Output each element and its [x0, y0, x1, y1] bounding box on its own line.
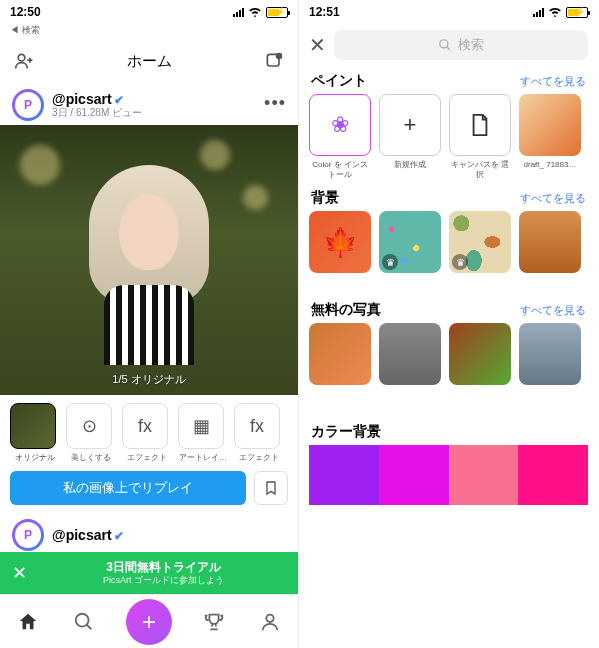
nav-home-icon[interactable]	[14, 608, 42, 636]
wifi-icon	[248, 7, 262, 17]
bottom-nav: +	[0, 594, 298, 648]
username[interactable]: @picsart✔	[52, 527, 124, 544]
thumb-effect-2[interactable]: fxエフェクト	[234, 403, 284, 463]
photo-item-4[interactable]	[519, 323, 581, 385]
signal-icon	[233, 8, 244, 17]
section-bg-title: 背景	[311, 189, 339, 207]
paint-canvas-select[interactable]: キャンバスを 選択	[449, 94, 511, 179]
photo-row	[299, 323, 598, 389]
battery-icon: ⚡	[266, 7, 288, 18]
post-header: P @picsart✔ 3日 / 61.28M ビュー •••	[0, 83, 298, 125]
thumb-beautify[interactable]: ⊙美しくする	[66, 403, 116, 463]
top-bar: ホーム	[0, 39, 298, 83]
status-bar: 12:51 ⚡	[299, 0, 598, 24]
svg-point-0	[18, 54, 25, 61]
notification-icon[interactable]	[262, 49, 286, 73]
svg-point-5	[440, 40, 448, 48]
premium-icon: ♛	[452, 254, 468, 270]
thumb-original[interactable]: オリジナル	[10, 403, 60, 463]
paint-draft[interactable]: draft_ 71883…	[519, 94, 581, 179]
battery-icon: ⚡	[566, 7, 588, 18]
nav-profile-icon[interactable]	[256, 608, 284, 636]
page-title: ホーム	[127, 52, 172, 71]
see-all-paint[interactable]: すべてを見る	[520, 74, 586, 89]
background-row: ♛ ♛	[299, 211, 598, 277]
thumb-artlayer[interactable]: ▦アートレイ…	[178, 403, 228, 463]
thumbnail-row: オリジナル ⊙美しくする fxエフェクト ▦アートレイ… fxエフェクト	[0, 395, 298, 471]
paint-row: ❀Color を インストール +新規作成 キャンバスを 選択 draft_ 7…	[299, 94, 598, 183]
bg-item-3[interactable]: ♛	[449, 211, 511, 273]
nav-add-button[interactable]: +	[126, 599, 172, 645]
thumb-effect-1[interactable]: fxエフェクト	[122, 403, 172, 463]
bookmark-button[interactable]	[254, 471, 288, 505]
svg-point-2	[277, 54, 282, 59]
color-item-2[interactable]	[379, 445, 449, 505]
bg-item-2[interactable]: ♛	[379, 211, 441, 273]
photo-item-2[interactable]	[379, 323, 441, 385]
back-search-hint[interactable]: ◀ 検索	[0, 24, 298, 39]
paint-new[interactable]: +新規作成	[379, 94, 441, 179]
premium-icon: ♛	[382, 254, 398, 270]
signal-icon	[533, 8, 544, 17]
right-phone: 12:51 ⚡ ✕ 検索 ペイント すべてを見る ❀Color を インストール…	[299, 0, 598, 648]
search-input[interactable]: 検索	[334, 30, 588, 60]
nav-search-icon[interactable]	[70, 608, 98, 636]
close-icon[interactable]: ✕	[309, 33, 326, 57]
wifi-icon	[548, 7, 562, 17]
trial-banner[interactable]: ✕ 3日間無料トライアル PicsArt ゴールドに参加しよう	[0, 552, 298, 594]
username[interactable]: @picsart✔	[52, 91, 142, 108]
see-all-photos[interactable]: すべてを見る	[520, 303, 586, 318]
trial-title: 3日間無料トライアル	[41, 560, 286, 574]
verified-icon: ✔	[114, 93, 124, 107]
trial-subtitle: PicsArt ゴールドに参加しよう	[41, 575, 286, 586]
status-time: 12:51	[309, 5, 340, 19]
color-item-1[interactable]	[309, 445, 379, 505]
verified-icon: ✔	[114, 529, 124, 543]
image-caption: 1/5 オリジナル	[112, 372, 185, 387]
color-bg-row	[299, 445, 598, 505]
color-item-3[interactable]	[449, 445, 519, 505]
post-2-header: P @picsart✔	[0, 513, 298, 557]
photo-item-3[interactable]	[449, 323, 511, 385]
section-colorbg-title: カラー背景	[311, 423, 381, 441]
section-paint-title: ペイント	[311, 72, 367, 90]
svg-point-4	[266, 614, 273, 621]
avatar[interactable]: P	[12, 519, 44, 551]
post-meta: 3日 / 61.28M ビュー	[52, 107, 142, 119]
svg-point-3	[76, 613, 89, 626]
search-icon	[438, 38, 452, 52]
more-icon[interactable]: •••	[264, 93, 286, 114]
paint-color-install[interactable]: ❀Color を インストール	[309, 94, 371, 179]
photo-item-1[interactable]	[309, 323, 371, 385]
status-bar: 12:50 ⚡	[0, 0, 298, 24]
left-phone: 12:50 ⚡ ◀ 検索 ホーム P @picsart✔ 3日 / 61.28M…	[0, 0, 299, 648]
add-user-icon[interactable]	[12, 49, 36, 73]
nav-trophy-icon[interactable]	[200, 608, 228, 636]
section-photos-title: 無料の写真	[311, 301, 381, 319]
bg-item-1[interactable]	[309, 211, 371, 273]
replay-button[interactable]: 私の画像上でリプレイ	[10, 471, 246, 505]
avatar[interactable]: P	[12, 89, 44, 121]
status-time: 12:50	[10, 5, 41, 19]
see-all-bg[interactable]: すべてを見る	[520, 191, 586, 206]
color-item-4[interactable]	[518, 445, 588, 505]
bg-item-4[interactable]	[519, 211, 581, 273]
close-icon[interactable]: ✕	[12, 562, 27, 584]
post-image[interactable]: 1/5 オリジナル	[0, 125, 298, 395]
